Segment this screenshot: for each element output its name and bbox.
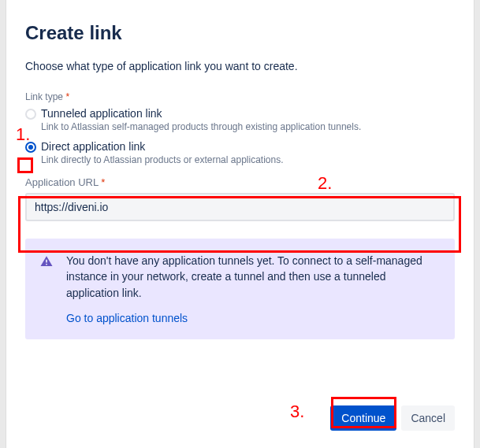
go-to-tunnels-link[interactable]: Go to application tunnels [66, 312, 188, 324]
modal-footer: Continue Cancel [330, 405, 455, 431]
application-url-label: Application URL * [25, 176, 455, 188]
modal-title: Create link [25, 22, 455, 44]
link-type-radio-group: Tunneled application link Link to Atlass… [25, 107, 455, 165]
continue-button[interactable]: Continue [330, 405, 396, 431]
cancel-button[interactable]: Cancel [401, 405, 455, 431]
application-url-input[interactable] [25, 193, 455, 221]
radio-direct-desc: Link directly to Atlassian products or e… [41, 154, 455, 165]
radio-direct-title: Direct application link [41, 140, 455, 153]
required-asterisk: * [101, 176, 105, 188]
warning-icon [39, 254, 54, 272]
radio-tunneled-desc: Link to Atlassian self-managed products … [41, 121, 455, 132]
modal-subtitle: Choose what type of application link you… [25, 60, 455, 72]
create-link-modal: Create link Choose what type of applicat… [6, 0, 474, 448]
svg-rect-0 [46, 260, 47, 263]
tunnels-notice: You don't have any application tunnels y… [25, 239, 455, 339]
radio-tunneled[interactable]: Tunneled application link Link to Atlass… [25, 107, 455, 132]
radio-direct[interactable]: Direct application link Link directly to… [25, 140, 455, 165]
radio-input-direct[interactable] [25, 142, 36, 153]
notice-text: You don't have any application tunnels y… [66, 253, 441, 301]
required-asterisk: * [65, 91, 69, 102]
radio-tunneled-title: Tunneled application link [41, 107, 455, 120]
svg-rect-1 [46, 264, 47, 265]
link-type-label: Link type * [25, 91, 455, 102]
radio-input-tunneled[interactable] [25, 109, 36, 120]
application-url-group: Application URL * [25, 176, 455, 221]
